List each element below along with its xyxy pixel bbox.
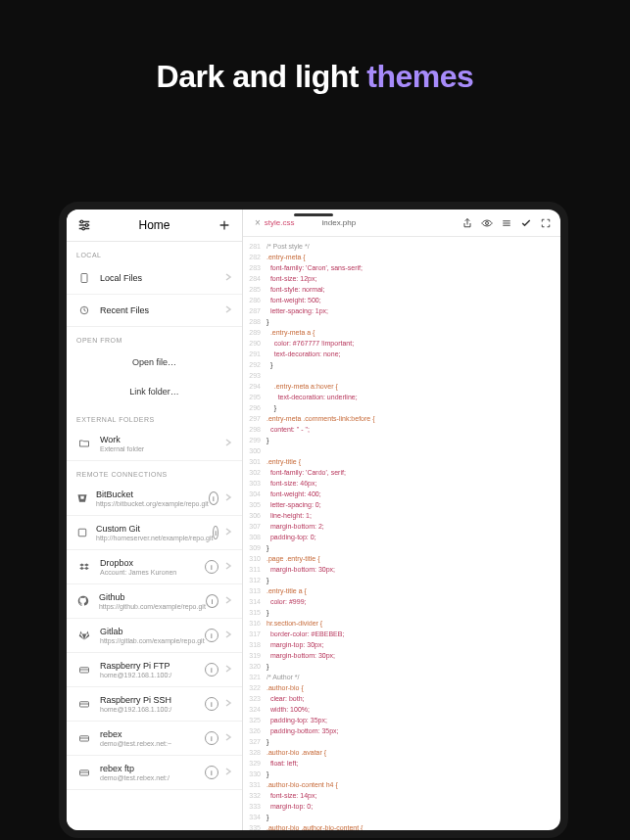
expand-icon[interactable] (539, 216, 553, 230)
code-line: 329 float: left; (243, 758, 560, 769)
code-line: 331.author-bio-content h4 { (243, 779, 560, 790)
line-content: font-family: 'Caron', sans-serif; (267, 262, 560, 273)
info-icon[interactable]: i (205, 663, 218, 677)
remote-connection-item[interactable]: Raspberry Pi FTPhome@192.168.1.100:/ i (67, 653, 242, 687)
line-content: content: " - "; (267, 424, 560, 435)
line-number: 313 (243, 585, 267, 596)
code-line: 286 font-weight: 500; (243, 295, 560, 305)
code-line: 307 margin-bottom: 2; (243, 521, 560, 532)
settings-icon[interactable] (76, 217, 92, 233)
connection-icon (76, 765, 92, 780)
connection-icon (76, 696, 92, 712)
line-content: font-size: 46px; (267, 478, 560, 489)
svg-rect-10 (78, 529, 86, 537)
item-sub: http://homeserver.net/example/repo.git (96, 535, 213, 541)
editor-header: × style.css index.php (243, 210, 560, 237)
code-editor[interactable]: 281/* Post style */282.entry-meta {283 f… (243, 237, 560, 830)
item-sub: home@192.168.1.100:/ (100, 672, 205, 678)
code-line: 326 padding-bottom: 35px; (243, 725, 560, 736)
menu-icon[interactable] (500, 216, 513, 230)
info-icon[interactable]: i (213, 526, 218, 539)
line-number: 303 (243, 478, 267, 489)
connection-icon (76, 559, 92, 575)
code-line: 319 margin-bottom: 30px; (243, 650, 560, 661)
remote-connection-item[interactable]: BitBuckethttps://bitbucket.org/example/r… (67, 482, 242, 516)
sidebar-header: Home (67, 210, 242, 242)
code-line: 299} (243, 435, 560, 445)
line-number: 306 (243, 510, 267, 521)
code-line: 297.entry-meta .comments-link:before { (243, 413, 560, 424)
line-content: padding-top: 35px; (267, 715, 560, 725)
remote-connection-item[interactable]: DropboxAccount: James Kuronen i (67, 550, 242, 584)
local-item[interactable]: Recent Files (67, 295, 242, 327)
line-number: 289 (243, 327, 267, 338)
editor-tab[interactable]: index.php (318, 216, 361, 229)
code-line: 314 color: #999; (243, 596, 560, 607)
line-content: } (267, 736, 560, 747)
remote-connection-item[interactable]: rebex ftpdemo@test.rebex.net:/ i (67, 756, 242, 790)
local-item[interactable]: Local Files (67, 262, 242, 295)
line-content: } (267, 316, 560, 327)
remote-connection-item[interactable]: rebexdemo@test.rebex.net:~ i (67, 722, 242, 756)
open-from-item[interactable]: Link folder… (67, 377, 242, 406)
info-icon[interactable]: i (205, 766, 218, 779)
code-line: 327} (243, 736, 560, 747)
line-content: margin-top: 0; (267, 801, 560, 812)
section-label-remote: REMOTE CONNECTIONS (67, 461, 242, 482)
line-content: text-decoration: none; (267, 349, 560, 359)
line-number: 307 (243, 521, 267, 532)
remote-connection-item[interactable]: Custom Githttp://homeserver.net/example/… (67, 516, 242, 550)
section-label-openfrom: OPEN FROM (67, 327, 242, 348)
marketing-headline: Dark and light themes (0, 0, 630, 134)
open-from-item[interactable]: Open file… (67, 348, 242, 377)
external-folder-item[interactable]: WorkExternal folder (67, 427, 242, 461)
item-sub: home@192.168.1.100:/ (100, 706, 205, 713)
line-number: 294 (243, 381, 267, 392)
line-content: margin-bottom: 30px; (267, 564, 560, 575)
line-number: 310 (243, 553, 267, 564)
line-content: /* Author */ (267, 672, 560, 682)
line-number: 305 (243, 499, 267, 510)
chevron-right-icon (224, 562, 232, 572)
line-content: width: 100%; (267, 704, 560, 715)
info-icon[interactable]: i (206, 594, 218, 608)
info-icon[interactable]: i (205, 697, 218, 711)
tab-label: style.css (265, 218, 295, 227)
add-icon[interactable] (217, 217, 232, 233)
info-icon[interactable]: i (205, 731, 218, 745)
code-line: 305 letter-spacing: 0; (243, 499, 560, 510)
item-sub: Account: James Kuronen (100, 569, 205, 576)
eye-icon[interactable] (480, 216, 494, 230)
line-number: 316 (243, 618, 267, 629)
line-number: 290 (243, 338, 267, 349)
device-notch (294, 213, 333, 216)
code-line: 284 font-size: 12px; (243, 273, 560, 284)
close-icon[interactable]: × (255, 217, 261, 228)
editor-tab[interactable]: × style.css (251, 215, 299, 230)
share-icon[interactable] (460, 216, 474, 230)
code-line: 324 width: 100%; (243, 704, 560, 715)
line-content: } (267, 607, 560, 618)
line-content: .entry-meta a { (267, 327, 560, 338)
remote-connection-item[interactable]: Githubhttps://github.com/example/repo.gi… (67, 584, 242, 619)
remote-connection-item[interactable]: Raspberry Pi SSHhome@192.168.1.100:/ i (67, 687, 242, 722)
line-content: font-family: 'Cardo', serif; (267, 467, 560, 478)
line-number: 288 (243, 316, 267, 327)
info-icon[interactable]: i (205, 629, 218, 642)
chevron-right-icon (224, 273, 232, 283)
chevron-right-icon (224, 528, 232, 537)
item-title: Custom Git (96, 524, 213, 534)
remote-connection-item[interactable]: Gitlabhttps://gitlab.com/example/repo.gi… (67, 619, 242, 653)
line-content: .entry-meta { (267, 252, 560, 262)
svg-point-19 (486, 221, 489, 224)
check-icon[interactable] (519, 216, 533, 230)
section-label-external: EXTERNAL FOLDERS (67, 406, 242, 427)
line-number: 284 (243, 273, 267, 284)
item-title: rebex ftp (100, 764, 205, 773)
info-icon[interactable]: i (205, 560, 218, 574)
line-content: text-decoration: underline; (267, 392, 560, 402)
info-icon[interactable]: i (209, 491, 218, 505)
line-content: .entry-title a { (267, 585, 560, 596)
connection-icon (76, 628, 92, 643)
line-content: } (267, 359, 560, 370)
